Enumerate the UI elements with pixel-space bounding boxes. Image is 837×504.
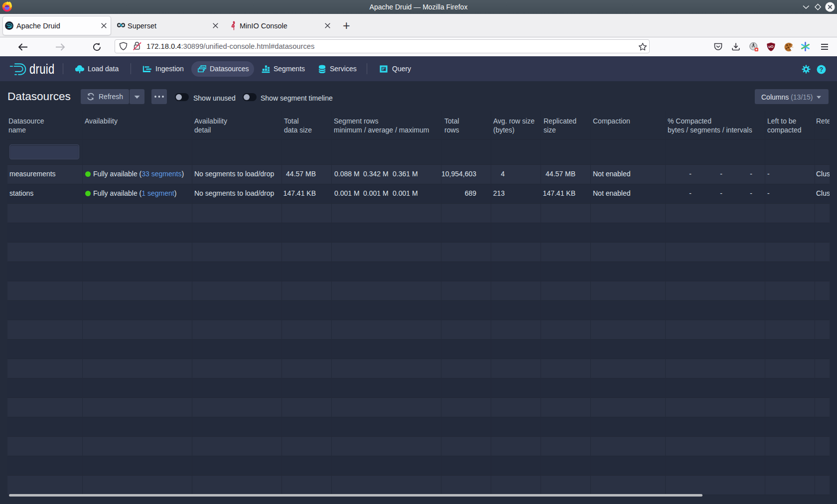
svg-text:?: ? xyxy=(820,66,824,73)
svg-text:uO: uO xyxy=(768,44,774,49)
